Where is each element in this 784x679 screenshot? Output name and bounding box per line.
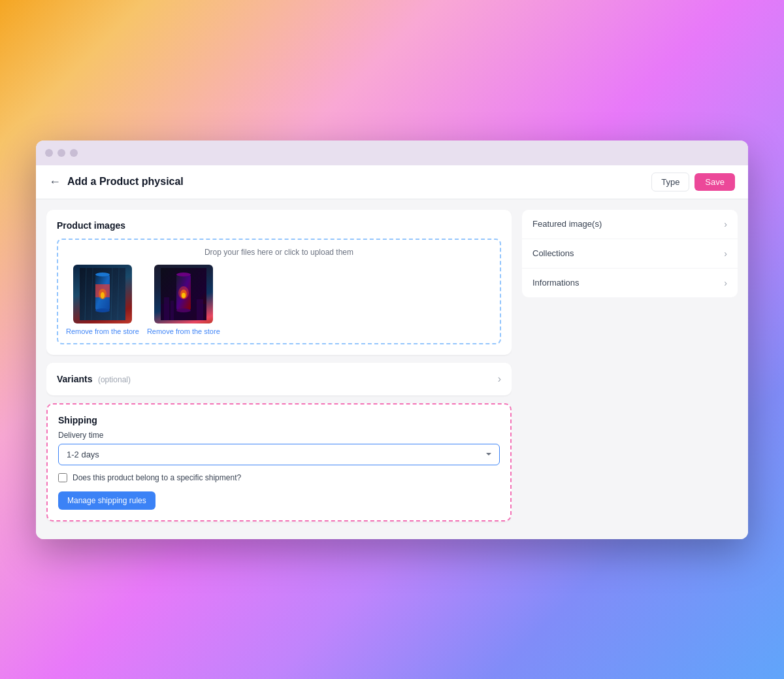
left-panel: Product images Drop your files here or c… (46, 210, 512, 529)
shipment-checkbox-row: Does this product belong to a specific s… (58, 473, 500, 482)
remove-link-2[interactable]: Remove from the store (147, 327, 220, 335)
delivery-label: Delivery time (58, 431, 500, 440)
top-bar: ← Add a Product physical Type Save (36, 165, 748, 199)
image-visual-2 (154, 265, 213, 323)
arrow-annotation (508, 450, 512, 483)
page-title: Add a Product physical (67, 176, 184, 188)
shipment-checkbox-label: Does this product belong to a specific s… (73, 473, 241, 482)
informations-chevron-icon: › (724, 278, 727, 288)
shipment-checkbox[interactable] (58, 473, 67, 482)
main-layout: Product images Drop your files here or c… (36, 199, 748, 539)
browser-window: ← Add a Product physical Type Save Produ… (36, 141, 748, 539)
dot-green (70, 149, 78, 157)
top-bar-left: ← Add a Product physical (49, 175, 184, 189)
back-button[interactable]: ← (49, 175, 61, 189)
featured-images-chevron-icon: › (724, 219, 727, 229)
image-item-1: Remove from the store (66, 265, 139, 335)
variants-chevron-icon: › (498, 373, 501, 385)
product-images-title: Product images (57, 220, 501, 231)
manage-shipping-button[interactable]: Manage shipping rules (58, 491, 155, 510)
svg-point-21 (182, 293, 186, 298)
dot-yellow (57, 149, 65, 157)
image-visual-1 (73, 265, 132, 323)
image-placeholder-1 (73, 265, 132, 323)
shipping-title: Shipping (58, 415, 500, 425)
variants-optional-text: (optional) (98, 375, 131, 384)
dot-red (45, 149, 53, 157)
collections-chevron-icon: › (724, 248, 727, 259)
svg-point-7 (95, 308, 110, 312)
upload-hint: Drop your files here or click to upload … (66, 248, 492, 257)
svg-rect-14 (171, 301, 174, 320)
delivery-select[interactable]: 1-2 days 3-5 days 5-7 days 7-14 days (58, 444, 500, 465)
svg-rect-15 (197, 299, 203, 320)
featured-images-label: Featured image(s) (532, 219, 602, 229)
title-bar (36, 141, 748, 165)
image-item-2: Remove from the store (147, 265, 220, 335)
svg-point-10 (101, 292, 105, 299)
images-row: Remove from the store (66, 265, 492, 335)
svg-point-18 (176, 308, 191, 312)
right-panel-collections[interactable]: Collections › (522, 239, 738, 269)
variants-title-text: Variants (57, 374, 92, 384)
shipping-card: Shipping Delivery time 1-2 days 3-5 days… (46, 403, 512, 522)
collections-label: Collections (532, 248, 574, 258)
image-placeholder-2 (154, 265, 213, 323)
right-panel: Featured image(s) › Collections › Inform… (522, 210, 738, 529)
upload-area[interactable]: Drop your files here or click to upload … (57, 239, 501, 344)
svg-rect-13 (164, 297, 169, 320)
svg-point-6 (95, 273, 110, 276)
variants-card[interactable]: Variants (optional) › (46, 363, 512, 395)
variants-title: Variants (optional) (57, 373, 131, 385)
product-images-card: Product images Drop your files here or c… (46, 210, 512, 355)
top-bar-right: Type Save (651, 173, 735, 191)
type-button[interactable]: Type (651, 173, 689, 191)
svg-point-17 (176, 273, 191, 276)
right-panel-informations[interactable]: Informations › (522, 269, 738, 297)
save-button[interactable]: Save (694, 173, 735, 191)
right-panel-featured-images[interactable]: Featured image(s) › (522, 210, 738, 239)
informations-label: Informations (532, 278, 580, 288)
app-content: ← Add a Product physical Type Save Produ… (36, 165, 748, 539)
remove-link-1[interactable]: Remove from the store (66, 327, 139, 335)
